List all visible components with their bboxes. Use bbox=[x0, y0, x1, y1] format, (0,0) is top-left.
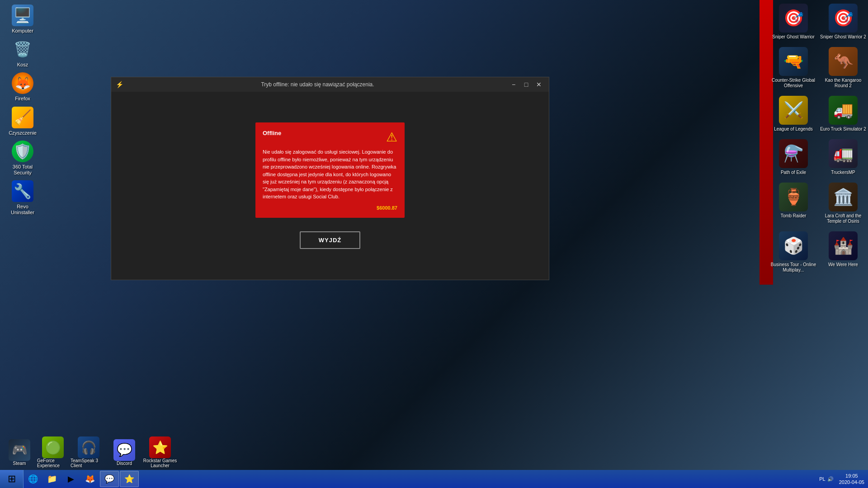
revo-icon-label: Revo Uninstaller bbox=[5, 204, 41, 216]
sniper1-icon: 🎯 bbox=[779, 4, 808, 33]
lara-label: Lara Croft and the Temple of Osiris bbox=[820, 213, 866, 224]
desktop-icon-lol[interactable]: ⚔️ League of Legends bbox=[769, 92, 818, 136]
taskbar-discord-icon[interactable]: 💬 Discord bbox=[108, 439, 140, 466]
geforce-tb-label: GeForce Experience bbox=[37, 458, 69, 468]
lightning-icon: ⚡ bbox=[116, 81, 123, 88]
taskbar-firefox[interactable]: 🦊 bbox=[81, 471, 99, 487]
firefox-icon-label: Firefox bbox=[15, 96, 30, 102]
cleaning-icon: 🧹 bbox=[12, 107, 33, 128]
clock-time: 19:05 bbox=[839, 473, 864, 479]
taskbar-steam-icon[interactable]: 🎮 Steam bbox=[4, 439, 35, 466]
desktop-icon-poe[interactable]: ⚗️ Path of Exile bbox=[769, 136, 818, 179]
trash-icon: 🗑️ bbox=[12, 38, 33, 60]
rockstar-taskbar-icon: ⭐ bbox=[124, 474, 135, 484]
desktop-icon-tomb[interactable]: 🏺 Tomb Raider bbox=[769, 179, 818, 228]
taskbar-rockstar-icon[interactable]: ⭐ Rockstar Games Launcher bbox=[142, 436, 178, 468]
lol-label: League of Legends bbox=[774, 127, 813, 132]
desktop-taskbar-shortcuts: 🎮 Steam 🟢 GeForce Experience 🎧 TeamSpeak… bbox=[0, 435, 182, 470]
start-button[interactable]: ⊞ bbox=[0, 470, 24, 488]
desktop-icon-computer[interactable]: 🖥️ Komputer bbox=[5, 5, 41, 34]
tomb-label: Tomb Raider bbox=[781, 213, 807, 219]
computer-icon: 🖥️ bbox=[12, 5, 33, 26]
error-amount: $6000.87 bbox=[263, 205, 397, 211]
taskbar-geforce-icon[interactable]: 🟢 GeForce Experience bbox=[37, 436, 69, 468]
poe-label: Path of Exile bbox=[781, 170, 806, 175]
firefox-icon: 🦊 bbox=[12, 72, 33, 94]
sniper2-icon: 🎯 bbox=[829, 4, 858, 33]
desktop-icon-360security[interactable]: 🛡️ 360 Total Security bbox=[5, 141, 41, 176]
desktop-icon-ets2[interactable]: 🚚 Euro Truck Simulator 2 bbox=[818, 92, 868, 136]
taskbar-mediaplayer[interactable]: ▶ bbox=[62, 471, 80, 487]
taskbar-system-tray: PL 🔊 19:05 2020-04-05 bbox=[819, 473, 868, 486]
lol-icon: ⚔️ bbox=[779, 96, 808, 125]
desktop-icon-sniper2[interactable]: 🎯 Sniper Ghost Warrior 2 bbox=[818, 0, 868, 43]
wewerehere-label: We Were Here bbox=[828, 262, 858, 267]
truckers-label: TruckersMP bbox=[831, 170, 855, 175]
language-indicator: PL bbox=[819, 476, 825, 482]
wewerehere-icon: 🏰 bbox=[829, 231, 858, 260]
rockstar-tb-label: Rockstar Games Launcher bbox=[142, 458, 178, 468]
discord-tb-label: Discord bbox=[117, 461, 132, 466]
business-icon: 🎲 bbox=[779, 231, 808, 260]
exit-button[interactable]: WYJDŹ bbox=[300, 231, 361, 249]
desktop-icon-truckers[interactable]: 🚛 TruckersMP bbox=[818, 136, 868, 179]
maximize-button[interactable]: □ bbox=[521, 79, 532, 90]
taskbar-discord[interactable]: 💬 bbox=[100, 471, 119, 487]
security360-label: 360 Total Security bbox=[5, 164, 41, 176]
taskbar-teamspeak-icon[interactable]: 🎧 TeamSpeak 3 Client bbox=[71, 436, 107, 468]
discord-taskbar-icon: 💬 bbox=[104, 474, 115, 484]
system-tray-icons: PL 🔊 bbox=[819, 476, 833, 482]
launcher-content: Offline ⚠ Nie udało się zalogować do usł… bbox=[111, 92, 549, 280]
explorer-icon: 📁 bbox=[47, 474, 57, 484]
desktop-icon-business[interactable]: 🎲 Business Tour - Online Multiplay... bbox=[769, 228, 818, 277]
revo-icon: 🔧 bbox=[12, 180, 33, 202]
steam-tb-label: Steam bbox=[13, 461, 26, 466]
desktop-icon-lara[interactable]: 🏛️ Lara Croft and the Temple of Osiris bbox=[818, 179, 868, 228]
launcher-titlebar: ⚡ Tryb offline: nie udało się nawiązać p… bbox=[111, 77, 549, 92]
taskbar-clock: 19:05 2020-04-05 bbox=[839, 473, 864, 486]
desktop-icon-cleaning[interactable]: 🧹 Czyszczenie bbox=[5, 107, 41, 136]
windows-logo-icon: ⊞ bbox=[8, 473, 16, 485]
kangaroo-label: Kao the Kangaroo Round 2 bbox=[820, 78, 866, 89]
firefox-taskbar-icon: 🦊 bbox=[85, 474, 95, 484]
desktop-icon-firefox[interactable]: 🦊 Firefox bbox=[5, 72, 41, 102]
truckers-icon: 🚛 bbox=[829, 139, 858, 168]
desktop-icon-sniper1[interactable]: 🎯 Sniper Ghost Warrior bbox=[769, 0, 818, 43]
desktop-icons-right: 🎯 Sniper Ghost Warrior 🎯 Sniper Ghost Wa… bbox=[769, 0, 868, 277]
desktop-icon-revo[interactable]: 🔧 Revo Uninstaller bbox=[5, 180, 41, 216]
volume-icon[interactable]: 🔊 bbox=[827, 476, 834, 482]
error-header: Offline ⚠ bbox=[263, 130, 397, 145]
sniper2-label: Sniper Ghost Warrior 2 bbox=[820, 34, 866, 40]
error-title: Offline bbox=[263, 130, 281, 136]
error-title-left: Offline bbox=[263, 130, 281, 136]
clock-date: 2020-04-05 bbox=[839, 479, 864, 485]
taskbar-explorer[interactable]: 📁 bbox=[43, 471, 61, 487]
security360-icon: 🛡️ bbox=[12, 141, 33, 162]
warning-icon: ⚠ bbox=[386, 130, 397, 145]
csgo-icon: 🔫 bbox=[779, 47, 808, 76]
taskbar-ie[interactable]: 🌐 bbox=[24, 471, 42, 487]
launcher-title: Tryb offline: nie udało się nawiązać poł… bbox=[127, 81, 508, 88]
poe-icon: ⚗️ bbox=[779, 139, 808, 168]
desktop-icon-trash[interactable]: 🗑️ Kosz bbox=[5, 38, 41, 68]
lara-icon: 🏛️ bbox=[829, 183, 858, 211]
teamspeak-tb-label: TeamSpeak 3 Client bbox=[71, 458, 107, 468]
cleaning-icon-label: Czyszczenie bbox=[9, 130, 37, 136]
sniper1-label: Sniper Ghost Warrior bbox=[772, 34, 815, 40]
tomb-icon: 🏺 bbox=[779, 183, 808, 211]
taskbar-rockstar[interactable]: ⭐ bbox=[120, 471, 139, 487]
ets2-icon: 🚚 bbox=[829, 96, 858, 125]
csgo-label: Counter-Strike Global Offensive bbox=[770, 78, 816, 89]
ets2-label: Euro Truck Simulator 2 bbox=[820, 127, 866, 132]
ie-icon: 🌐 bbox=[28, 474, 38, 484]
computer-icon-label: Komputer bbox=[12, 28, 33, 34]
desktop-icon-kangaroo[interactable]: 🦘 Kao the Kangaroo Round 2 bbox=[818, 43, 868, 92]
desktop-icon-csgo[interactable]: 🔫 Counter-Strike Global Offensive bbox=[769, 43, 818, 92]
taskbar-apps: 🌐 📁 ▶ 🦊 💬 ⭐ bbox=[24, 470, 819, 488]
error-body: Nie udało się zalogować do usługi siecio… bbox=[263, 148, 397, 201]
kangaroo-icon: 🦘 bbox=[829, 47, 858, 76]
desktop-icons-left: 🖥️ Komputer 🗑️ Kosz 🦊 Firefox 🧹 Czyszcze… bbox=[5, 5, 41, 216]
close-button[interactable]: ✕ bbox=[533, 79, 544, 90]
desktop-icon-wewerehere[interactable]: 🏰 We Were Here bbox=[818, 228, 868, 277]
minimize-button[interactable]: − bbox=[508, 79, 519, 90]
